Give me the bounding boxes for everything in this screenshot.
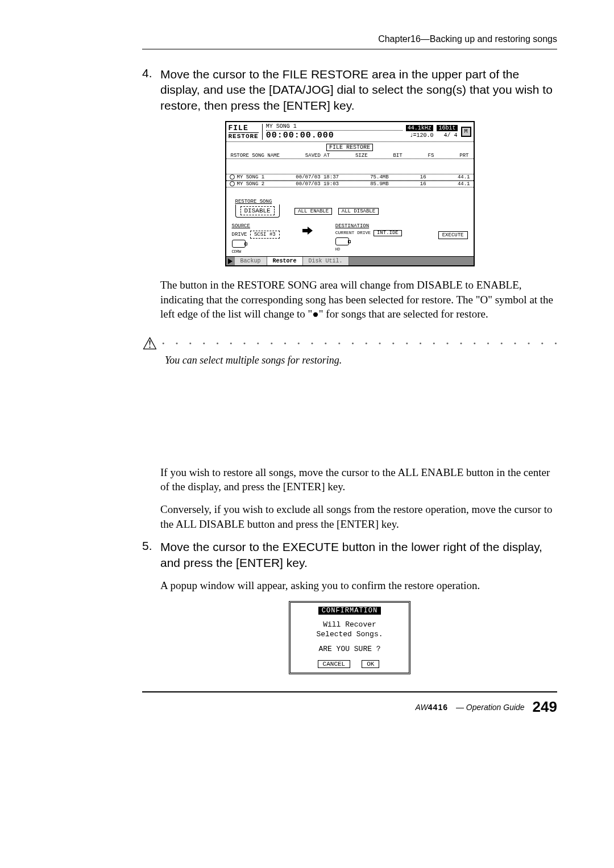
svg-marker-0 — [302, 227, 313, 235]
dest-drive-button[interactable]: INT.IDE — [374, 230, 402, 236]
tab-backup[interactable]: Backup — [235, 257, 267, 265]
col-size: SIZE — [355, 153, 368, 158]
popup-line-3: ARE YOU SURE ? — [293, 645, 406, 654]
row-name: MY SONG 1 — [237, 174, 265, 180]
brand: AW4416 — [416, 703, 448, 712]
song-name: MY SONG 1 — [266, 123, 403, 131]
page-number: 249 — [533, 698, 557, 716]
all-enable-button[interactable]: ALL ENABLE — [294, 208, 332, 215]
row-name: MY SONG 2 — [237, 181, 265, 187]
footer-label: — Operation Guide — [456, 703, 525, 712]
column-headers: RSTORE SONG NAME SAVED AT SIZE BIT FS PR… — [226, 153, 474, 159]
current-drive-label: CURRENT DRIVE — [335, 230, 371, 235]
cdrw-icon — [232, 240, 246, 248]
m-indicator: M — [461, 127, 471, 137]
tab-disk-util[interactable]: Disk Util. — [303, 257, 349, 265]
popup-title: CONFIRMATION — [318, 607, 381, 615]
timecode: 00:00:00.000 — [266, 131, 403, 140]
row-bit: 16 — [420, 174, 426, 180]
tempo: ♩=120.0 — [409, 132, 433, 139]
drive-label: DRIVE — [232, 232, 247, 237]
song-row-2[interactable]: MY SONG 2 00/07/03 19:03 85.9MB 16 44.1 — [226, 181, 474, 187]
row-size: 85.9MB — [370, 181, 388, 187]
popup-line-1: Will Recover — [293, 620, 406, 630]
selection-circle-icon — [230, 174, 235, 180]
col-prt: PRT — [459, 153, 468, 158]
step-number: 4. — [142, 66, 160, 80]
col-fs: FS — [428, 153, 434, 158]
screen-title-1: FILE — [229, 124, 259, 132]
file-restore-label: FILE RESTORE — [326, 144, 373, 151]
hd-icon — [335, 237, 349, 245]
popup-line-2: Selected Songs. — [293, 630, 406, 640]
ok-button[interactable]: OK — [362, 660, 379, 668]
cdrw-label: CDRW — [232, 249, 280, 254]
step-text: Move the cursor to the FILE RESTORE area… — [160, 66, 557, 113]
row-bit: 16 — [420, 181, 426, 187]
tab-restore[interactable]: Restore — [267, 257, 303, 265]
col-saved: SAVED AT — [305, 153, 330, 158]
warning-icon: ⚠ — [142, 335, 157, 352]
paragraph-4: A popup window will appear, asking you t… — [160, 578, 557, 593]
row-size: 75.4MB — [370, 174, 388, 180]
disable-button[interactable]: DISABLE — [240, 206, 275, 215]
page-footer: AW4416 — Operation Guide 249 — [142, 691, 557, 716]
row-saved: 00/07/03 18:37 — [296, 174, 339, 180]
row-fs: 44.1 — [458, 181, 470, 187]
hd-label: HD — [335, 247, 404, 252]
lcd-screenshot: FILE RESTORE MY SONG 1 00:00:00.000 44.1… — [225, 121, 475, 266]
step-4: 4. Move the cursor to the FILE RESTORE a… — [142, 66, 557, 113]
source-drive-button[interactable]: SCSI #3 — [250, 231, 280, 239]
restore-song-label: RESTORE SONG — [235, 199, 470, 205]
screen-title-2: RESTORE — [229, 132, 259, 140]
header-rule — [142, 49, 557, 49]
col-bit: BIT — [393, 153, 402, 158]
step-5: 5. Move the cursor to the EXECUTE button… — [142, 539, 557, 570]
confirmation-popup: CONFIRMATION Will Recover Selected Songs… — [289, 601, 410, 675]
step-text: Move the cursor to the EXECUTE button in… — [160, 539, 557, 570]
paragraph-1: The button in the RESTORE SONG area will… — [160, 278, 557, 322]
bit-badge: 16bit — [437, 125, 457, 131]
dotted-rule: • • • • • • • • • • • • • • • • • • • • … — [162, 339, 557, 348]
arrow-icon — [302, 227, 313, 254]
all-disable-button[interactable]: ALL DISABLE — [338, 208, 379, 215]
selection-circle-icon — [230, 181, 235, 186]
col-name: RSTORE SONG NAME — [231, 153, 280, 158]
khz-badge: 44.1kHz — [406, 125, 433, 131]
cancel-button[interactable]: CANCEL — [318, 660, 351, 668]
execute-button[interactable]: EXECUTE — [438, 231, 468, 239]
note-text-1: You can select multiple songs for restor… — [165, 354, 557, 366]
paragraph-2: If you wish to restore all songs, move t… — [160, 465, 557, 494]
caution-row: ⚠ • • • • • • • • • • • • • • • • • • • … — [142, 335, 557, 352]
source-label: SOURCE — [232, 223, 280, 229]
chapter-header: Chapter16—Backing up and restoring songs — [142, 34, 557, 44]
step-number: 5. — [142, 539, 160, 553]
paragraph-3: Conversely, if you wish to exclude all s… — [160, 502, 557, 531]
row-saved: 00/07/03 19:03 — [296, 181, 339, 187]
destination-label: DESTINATION — [335, 223, 404, 229]
play-icon — [228, 258, 233, 264]
row-fs: 44.1 — [458, 174, 470, 180]
song-row-1[interactable]: MY SONG 1 00/07/03 18:37 75.4MB 16 44.1 — [226, 174, 474, 181]
time-signature: 4/ 4 — [443, 132, 457, 139]
